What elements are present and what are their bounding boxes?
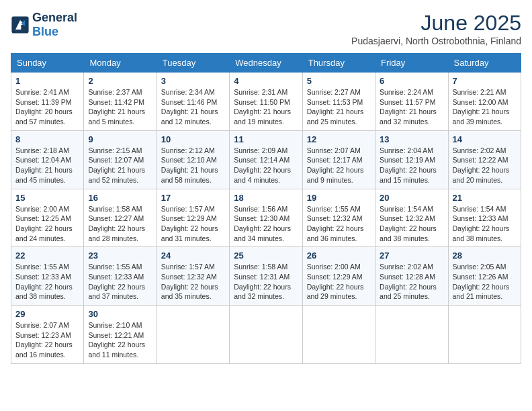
day-number: 15 <box>15 193 79 203</box>
day-info: Sunrise: 1:57 AM Sunset: 12:32 AM Daylig… <box>161 262 225 302</box>
column-header-wednesday: Wednesday <box>230 54 302 73</box>
calendar-header-row: SundayMondayTuesdayWednesdayThursdayFrid… <box>11 54 521 73</box>
calendar-subtitle: Pudasjaervi, North Ostrobothnia, Finland <box>351 36 521 46</box>
day-info: Sunrise: 2:00 AM Sunset: 12:29 AM Daylig… <box>307 262 371 302</box>
logo-blue: Blue <box>32 25 58 38</box>
day-info: Sunrise: 2:04 AM Sunset: 12:19 AM Daylig… <box>380 146 443 185</box>
day-number: 1 <box>15 76 79 86</box>
calendar-day-cell: 19Sunrise: 1:55 AM Sunset: 12:32 AM Dayl… <box>302 189 375 247</box>
day-info: Sunrise: 2:27 AM Sunset: 11:53 PM Daylig… <box>307 87 371 127</box>
day-number: 27 <box>380 250 443 261</box>
day-info: Sunrise: 1:58 AM Sunset: 12:27 AM Daylig… <box>88 204 152 244</box>
calendar-day-cell: 25Sunrise: 1:58 AM Sunset: 12:31 AM Dayl… <box>230 247 302 306</box>
calendar-day-cell: 1Sunrise: 2:41 AM Sunset: 11:39 PM Dayli… <box>11 73 84 131</box>
logo-icon <box>11 15 30 34</box>
day-number: 7 <box>453 76 517 86</box>
day-info: Sunrise: 2:00 AM Sunset: 12:25 AM Daylig… <box>15 204 79 244</box>
day-number: 5 <box>307 76 371 86</box>
calendar-day-cell: 16Sunrise: 1:58 AM Sunset: 12:27 AM Dayl… <box>84 189 157 247</box>
calendar-day-cell: 9Sunrise: 2:15 AM Sunset: 12:07 AM Dayli… <box>84 130 157 189</box>
day-info: Sunrise: 2:02 AM Sunset: 12:28 AM Daylig… <box>380 262 443 302</box>
day-number: 23 <box>88 250 152 261</box>
calendar-week-row: 29Sunrise: 2:07 AM Sunset: 12:23 AM Dayl… <box>11 306 521 364</box>
day-number: 2 <box>88 76 152 86</box>
calendar-body: 1Sunrise: 2:41 AM Sunset: 11:39 PM Dayli… <box>11 73 521 364</box>
calendar-day-cell: 24Sunrise: 1:57 AM Sunset: 12:32 AM Dayl… <box>157 247 229 306</box>
day-number: 18 <box>234 193 298 203</box>
calendar-day-cell: 3Sunrise: 2:34 AM Sunset: 11:46 PM Dayli… <box>157 73 229 131</box>
day-number: 29 <box>15 309 79 319</box>
calendar-day-cell: 4Sunrise: 2:31 AM Sunset: 11:50 PM Dayli… <box>230 73 302 131</box>
calendar-day-cell: 29Sunrise: 2:07 AM Sunset: 12:23 AM Dayl… <box>11 306 84 364</box>
logo-text: General Blue <box>32 11 77 39</box>
day-info: Sunrise: 2:34 AM Sunset: 11:46 PM Daylig… <box>161 87 225 127</box>
calendar-day-cell: 7Sunrise: 2:21 AM Sunset: 12:00 AM Dayli… <box>448 73 521 131</box>
day-number: 10 <box>161 134 225 144</box>
day-info: Sunrise: 2:18 AM Sunset: 12:04 AM Daylig… <box>15 146 79 185</box>
day-info: Sunrise: 2:02 AM Sunset: 12:22 AM Daylig… <box>453 146 517 185</box>
day-info: Sunrise: 2:37 AM Sunset: 11:42 PM Daylig… <box>88 87 152 127</box>
title-area: June 2025 Pudasjaervi, North Ostrobothni… <box>351 11 521 46</box>
calendar-day-cell: 26Sunrise: 2:00 AM Sunset: 12:29 AM Dayl… <box>302 247 375 306</box>
column-header-tuesday: Tuesday <box>157 54 229 73</box>
calendar-day-cell: 28Sunrise: 2:05 AM Sunset: 12:26 AM Dayl… <box>448 247 521 306</box>
day-number: 25 <box>234 250 298 261</box>
column-header-friday: Friday <box>375 54 448 73</box>
day-info: Sunrise: 2:12 AM Sunset: 12:10 AM Daylig… <box>161 146 225 185</box>
empty-cell <box>302 306 375 364</box>
calendar-day-cell: 18Sunrise: 1:56 AM Sunset: 12:30 AM Dayl… <box>230 189 302 247</box>
logo: General Blue <box>11 11 77 39</box>
calendar-title: June 2025 <box>351 11 521 36</box>
calendar-day-cell: 10Sunrise: 2:12 AM Sunset: 12:10 AM Dayl… <box>157 130 229 189</box>
day-number: 3 <box>161 76 225 86</box>
empty-cell <box>230 306 302 364</box>
calendar-week-row: 15Sunrise: 2:00 AM Sunset: 12:25 AM Dayl… <box>11 189 521 247</box>
day-number: 26 <box>307 250 371 261</box>
day-number: 20 <box>380 193 443 203</box>
day-info: Sunrise: 2:24 AM Sunset: 11:57 PM Daylig… <box>380 87 443 127</box>
calendar-day-cell: 30Sunrise: 2:10 AM Sunset: 12:21 AM Dayl… <box>84 306 157 364</box>
calendar-day-cell: 8Sunrise: 2:18 AM Sunset: 12:04 AM Dayli… <box>11 130 84 189</box>
day-info: Sunrise: 1:54 AM Sunset: 12:33 AM Daylig… <box>453 204 517 244</box>
column-header-saturday: Saturday <box>448 54 521 73</box>
day-number: 8 <box>15 134 79 144</box>
day-number: 21 <box>453 193 517 203</box>
calendar-day-cell: 5Sunrise: 2:27 AM Sunset: 11:53 PM Dayli… <box>302 73 375 131</box>
calendar-week-row: 8Sunrise: 2:18 AM Sunset: 12:04 AM Dayli… <box>11 130 521 189</box>
day-number: 24 <box>161 250 225 261</box>
empty-cell <box>448 306 521 364</box>
day-info: Sunrise: 1:57 AM Sunset: 12:29 AM Daylig… <box>161 204 225 244</box>
calendar-day-cell: 12Sunrise: 2:07 AM Sunset: 12:17 AM Dayl… <box>302 130 375 189</box>
calendar-day-cell: 17Sunrise: 1:57 AM Sunset: 12:29 AM Dayl… <box>157 189 229 247</box>
calendar-day-cell: 15Sunrise: 2:00 AM Sunset: 12:25 AM Dayl… <box>11 189 84 247</box>
day-info: Sunrise: 2:07 AM Sunset: 12:23 AM Daylig… <box>15 320 79 360</box>
day-info: Sunrise: 2:31 AM Sunset: 11:50 PM Daylig… <box>234 87 298 127</box>
calendar-day-cell: 14Sunrise: 2:02 AM Sunset: 12:22 AM Dayl… <box>448 130 521 189</box>
column-header-thursday: Thursday <box>302 54 375 73</box>
day-number: 4 <box>234 76 298 86</box>
day-info: Sunrise: 1:55 AM Sunset: 12:33 AM Daylig… <box>88 262 152 302</box>
day-info: Sunrise: 2:07 AM Sunset: 12:17 AM Daylig… <box>307 146 371 185</box>
day-number: 22 <box>15 250 79 261</box>
day-number: 11 <box>234 134 298 144</box>
calendar-day-cell: 13Sunrise: 2:04 AM Sunset: 12:19 AM Dayl… <box>375 130 448 189</box>
column-header-monday: Monday <box>84 54 157 73</box>
day-number: 30 <box>88 309 152 319</box>
calendar-week-row: 22Sunrise: 1:55 AM Sunset: 12:33 AM Dayl… <box>11 247 521 306</box>
day-info: Sunrise: 2:09 AM Sunset: 12:14 AM Daylig… <box>234 146 298 185</box>
calendar-day-cell: 22Sunrise: 1:55 AM Sunset: 12:33 AM Dayl… <box>11 247 84 306</box>
day-number: 12 <box>307 134 371 144</box>
calendar-day-cell: 23Sunrise: 1:55 AM Sunset: 12:33 AM Dayl… <box>84 247 157 306</box>
day-info: Sunrise: 2:05 AM Sunset: 12:26 AM Daylig… <box>453 262 517 302</box>
empty-cell <box>375 306 448 364</box>
header: General Blue June 2025 Pudasjaervi, Nort… <box>11 11 521 46</box>
calendar-day-cell: 11Sunrise: 2:09 AM Sunset: 12:14 AM Dayl… <box>230 130 302 189</box>
day-info: Sunrise: 1:56 AM Sunset: 12:30 AM Daylig… <box>234 204 298 244</box>
day-number: 16 <box>88 193 152 203</box>
column-header-sunday: Sunday <box>11 54 84 73</box>
day-info: Sunrise: 1:58 AM Sunset: 12:31 AM Daylig… <box>234 262 298 302</box>
empty-cell <box>157 306 229 364</box>
day-number: 19 <box>307 193 371 203</box>
calendar-week-row: 1Sunrise: 2:41 AM Sunset: 11:39 PM Dayli… <box>11 73 521 131</box>
day-info: Sunrise: 1:54 AM Sunset: 12:32 AM Daylig… <box>380 204 443 244</box>
